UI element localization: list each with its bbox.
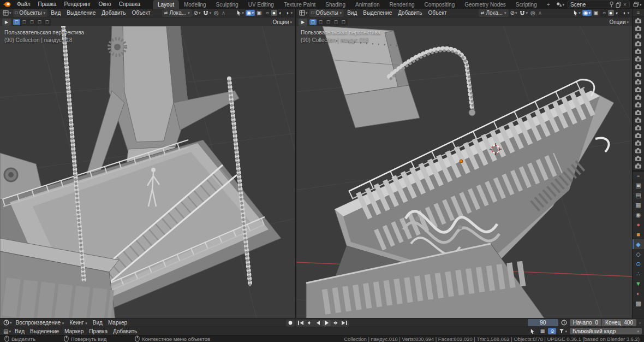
constraint-properties-tab[interactable]: ◇ — [633, 249, 644, 259]
region-collapse-arrow[interactable]: › — [638, 320, 642, 326]
menu-object[interactable]: Объект — [425, 10, 449, 16]
play-reverse-button[interactable] — [314, 320, 322, 326]
previous-keyframe-button[interactable] — [305, 320, 313, 326]
frame-start-field[interactable]: Начало 0 — [570, 319, 601, 326]
outliner-camera-toggle[interactable] — [633, 70, 644, 78]
modifier-properties-tab[interactable]: ◆ — [633, 239, 644, 249]
menu-add[interactable]: Добавить — [99, 10, 128, 16]
tab-shading[interactable]: Shading — [320, 0, 350, 9]
world-properties-tab[interactable]: ● — [633, 220, 644, 229]
editor-divider[interactable] — [633, 170, 644, 172]
tab-[interactable]: + — [542, 0, 555, 9]
show-gizmo-button[interactable]: ▾ — [572, 10, 582, 16]
menu-keying[interactable]: Кеинг ▾ — [67, 320, 90, 326]
outliner-camera-toggle[interactable] — [633, 86, 644, 93]
outliner-camera-toggle[interactable] — [633, 32, 644, 40]
shading-solid-button[interactable]: ● — [608, 10, 614, 16]
material-properties-tab[interactable]: ◐ — [633, 288, 644, 298]
select-mode-subtract[interactable]: □ — [28, 19, 35, 25]
outliner-camera-toggle[interactable] — [633, 93, 644, 101]
use-preview-range-button[interactable] — [560, 320, 568, 326]
shading-wireframe-button[interactable]: ○ — [265, 10, 271, 16]
menu-add[interactable]: Добавить — [395, 10, 425, 16]
nla-editor-type-button[interactable]: ▤▾ — [2, 328, 12, 334]
outliner-camera-toggle[interactable] — [633, 116, 644, 124]
shading-material-button[interactable]: ◐ — [615, 10, 621, 16]
snap-mode-dropdown[interactable]: Ближайший кадр▾ — [570, 328, 642, 334]
properties-editor-icon[interactable]: ≡ — [633, 172, 644, 180]
jump-to-end-button[interactable] — [340, 320, 348, 326]
outliner-camera-toggle[interactable] — [633, 25, 644, 32]
outliner-camera-toggle[interactable] — [633, 109, 644, 116]
menu-select-nla[interactable]: Выделение — [27, 328, 62, 334]
menu-view-timeline[interactable]: Вид — [90, 320, 105, 326]
tab-modeling[interactable]: Modeling — [179, 0, 211, 9]
active-tool-button[interactable]: ▶ — [2, 19, 11, 26]
shading-rendered-button[interactable]: ◑ — [621, 10, 627, 16]
editor-type-button[interactable]: ▾ — [2, 10, 13, 16]
shading-rendered-button[interactable]: ◑ — [284, 10, 290, 16]
xray-toggle[interactable]: ▣ — [592, 10, 599, 16]
mode-select[interactable]: □ Объекты ▾ — [309, 9, 344, 17]
pivot-point-button[interactable]: ⊘▾ — [509, 10, 518, 16]
menu-add-nla[interactable]: Добавить — [110, 328, 140, 334]
menu-window[interactable]: Окно — [94, 0, 115, 9]
viewlayer-datablock-button[interactable]: ▾ — [632, 2, 643, 7]
current-frame-field[interactable]: 90 — [528, 319, 558, 326]
outliner-camera-toggle[interactable] — [633, 40, 644, 48]
menu-render[interactable]: Рендеринг — [60, 0, 94, 9]
tab-scripting[interactable]: Scripting — [511, 0, 542, 9]
outliner-camera-toggle[interactable] — [633, 162, 644, 170]
select-mode-extend[interactable]: □ — [317, 19, 324, 25]
sync-visibility-toggle[interactable]: ⊙ — [548, 328, 556, 334]
select-mode-intersect[interactable]: □ — [44, 19, 51, 25]
outliner-camera-toggle[interactable] — [633, 132, 644, 139]
play-button[interactable] — [323, 320, 331, 326]
jump-to-start-button[interactable] — [296, 320, 305, 326]
menu-playback[interactable]: Воспроизведение ▾ — [13, 320, 67, 326]
falloff-button[interactable]: ∧ — [220, 10, 226, 16]
select-mode-extend[interactable]: □ — [21, 19, 28, 25]
tweak-cursor-button[interactable] — [528, 328, 536, 334]
data-properties-tab[interactable]: ▼ — [633, 279, 644, 288]
select-mode-intersect[interactable]: □ — [340, 19, 347, 25]
proportional-edit-button[interactable]: ◎ — [213, 10, 220, 16]
outliner-camera-toggle[interactable] — [633, 124, 644, 132]
outliner-camera-toggle[interactable] — [633, 17, 644, 25]
tab-texture-paint[interactable]: Texture Paint — [279, 0, 320, 9]
pin-icon[interactable] — [609, 1, 614, 8]
outliner-editor-icon[interactable]: ≡ — [633, 9, 644, 17]
mode-select[interactable]: □ Объекты ▾ — [13, 9, 48, 17]
physics-properties-tab[interactable]: ⊙ — [633, 259, 644, 269]
tab-layout[interactable]: Layout — [153, 0, 179, 9]
viewlayer-properties-tab[interactable]: ▦ — [633, 200, 644, 210]
select-mode-invert[interactable]: □ — [36, 19, 43, 25]
select-mode-new[interactable]: □ — [309, 19, 317, 25]
transform-orientation-select[interactable]: ⇄ Лока... ▾ — [479, 9, 509, 17]
tab-uv-editing[interactable]: UV Editing — [243, 0, 279, 9]
filter-button[interactable]: ▾ — [558, 328, 568, 334]
frame-end-field[interactable]: Конец 400 — [602, 319, 636, 326]
pivot-point-button[interactable]: ⊘▾ — [193, 10, 202, 16]
snapping-button[interactable]: ▾ — [518, 10, 529, 16]
outliner-camera-toggle[interactable] — [633, 139, 644, 147]
overlays-button[interactable]: ◉▾ — [582, 10, 592, 16]
shading-dropdown[interactable]: ▾ — [628, 11, 630, 15]
menu-help[interactable]: Справка — [115, 0, 144, 9]
tool-options-button[interactable]: Опции▾ — [609, 19, 630, 25]
menu-edit[interactable]: Правка — [34, 0, 61, 9]
menu-marker-nla[interactable]: Маркер — [62, 328, 86, 334]
particles-properties-tab[interactable]: ∴ — [633, 269, 644, 279]
outliner-camera-toggle[interactable] — [633, 63, 644, 70]
outliner-camera-toggle[interactable] — [633, 101, 644, 109]
outliner-camera-toggle[interactable] — [633, 155, 644, 162]
outliner-camera-toggle[interactable] — [633, 78, 644, 86]
scene-selector[interactable]: Scene × — [568, 1, 630, 8]
scene-datablock-button[interactable]: ▾ — [555, 2, 566, 7]
new-scene-icon[interactable] — [616, 2, 621, 8]
menu-view-nla[interactable]: Вид — [12, 328, 27, 334]
menu-file[interactable]: Файл — [13, 0, 34, 9]
transform-orientation-select[interactable]: ⇄ Лока... ▾ — [162, 9, 192, 17]
viewport-right-canvas[interactable]: Пользовательская перспектива (90) Collec… — [296, 26, 632, 318]
menu-select[interactable]: Выделение — [360, 10, 395, 16]
